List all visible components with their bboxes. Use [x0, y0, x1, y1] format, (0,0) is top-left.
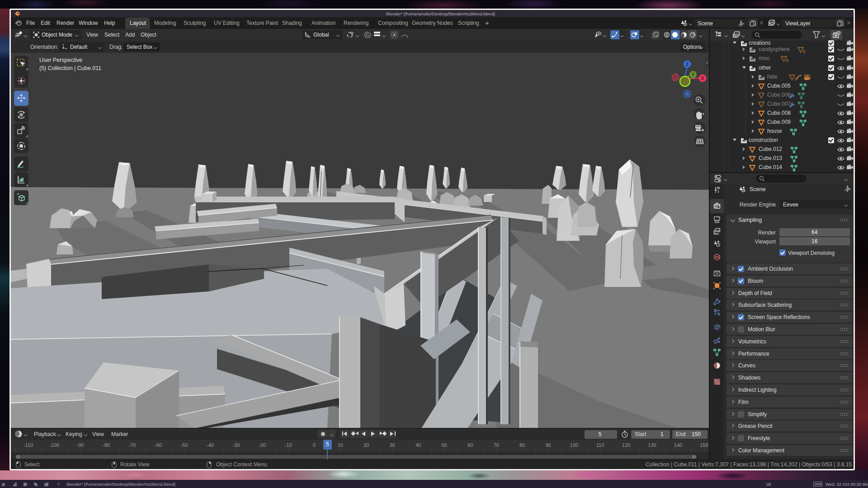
svg-text:Z: Z — [686, 62, 689, 67]
svg-text:X: X — [701, 76, 704, 81]
svg-text:Y: Y — [692, 72, 695, 77]
